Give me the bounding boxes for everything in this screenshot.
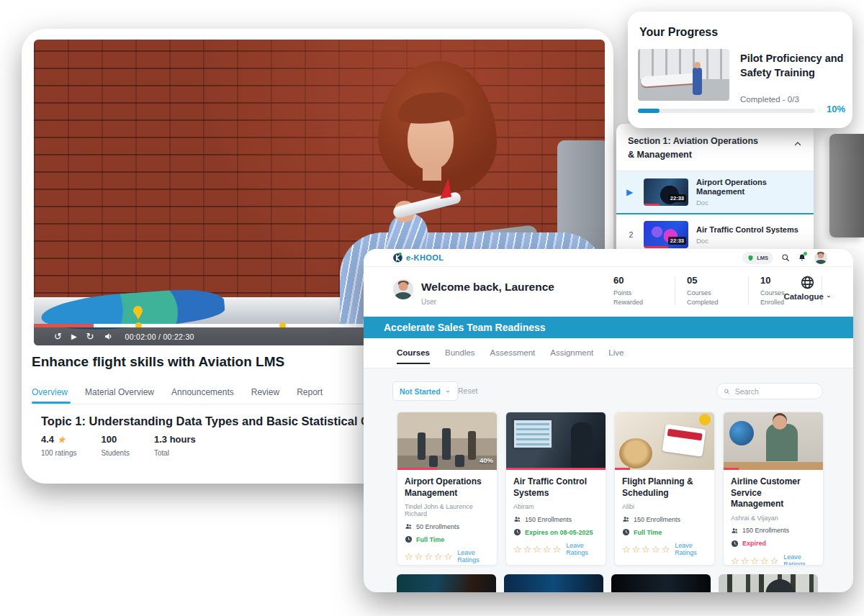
rating-row: Leave Ratings (405, 549, 490, 563)
leave-ratings-link[interactable]: Leave Ratings (566, 542, 598, 556)
notifications-bell[interactable] (798, 253, 806, 262)
star-icon[interactable] (760, 554, 769, 566)
tab-bundles[interactable]: Bundles (445, 348, 475, 357)
brand-name: e-KHOOL (406, 253, 444, 262)
course-card-body: Airport Operations Management Tindel Joh… (397, 470, 497, 566)
next-row-course-images (397, 574, 818, 592)
lesson-type: Doc (696, 237, 798, 245)
star-icon[interactable] (434, 550, 443, 563)
lesson-item-current[interactable]: ▶ 22:33 Airport Operations Management Do… (616, 171, 814, 214)
star-icon[interactable] (444, 550, 453, 563)
art-agent (766, 424, 798, 461)
art-hat (619, 438, 652, 468)
star-icon[interactable] (424, 550, 433, 563)
leave-ratings-link[interactable]: Leave Ratings (783, 553, 816, 566)
course-card-airline-customer-service[interactable]: Airline Customer Service Management Ashr… (723, 412, 824, 566)
schedule-row: Full Time (622, 528, 707, 536)
star-icon[interactable] (513, 543, 522, 556)
star-icon[interactable] (533, 543, 541, 556)
hangar-person (693, 68, 702, 95)
chevron-down-icon (826, 294, 832, 299)
course-stats: 4.4 100 ratings 100 Students 1.3 hours T… (41, 434, 196, 457)
course-image: 40% (397, 412, 497, 470)
video-map-pin-marker[interactable] (133, 306, 143, 315)
rewind-icon[interactable]: ↺ (54, 332, 62, 341)
search-box[interactable] (716, 383, 823, 399)
course-image-partial[interactable] (719, 574, 818, 592)
curriculum-section-header[interactable]: Section 1: Aviation Operations & Managem… (616, 124, 814, 171)
progress-track (638, 109, 815, 113)
catalogue-button[interactable]: Catalogue (783, 275, 832, 301)
course-card-flight-planning[interactable]: Flight Planning & Scheduling Alibi 150 E… (614, 412, 715, 566)
course-card-airport-operations[interactable]: 40% Airport Operations Management Tindel… (397, 412, 498, 566)
star-icon[interactable] (770, 554, 779, 566)
star-icon[interactable] (553, 543, 562, 556)
play-icon[interactable]: ▶ (71, 333, 77, 340)
course-title: Flight Planning & Scheduling (622, 476, 707, 499)
star-icon[interactable] (662, 543, 670, 556)
star-icon[interactable] (642, 543, 650, 556)
search-icon[interactable] (781, 253, 790, 262)
progress-badge: 40% (480, 456, 493, 464)
star-icon[interactable] (415, 550, 423, 563)
video-time-display: 00:02:00 / 00:22:30 (125, 332, 194, 341)
progress-fill (638, 109, 660, 113)
tab-overview[interactable]: Overview (32, 387, 68, 397)
star-icon[interactable] (731, 554, 739, 566)
star-icon[interactable] (750, 554, 759, 566)
brand-logo[interactable]: e-KHOOL (392, 252, 444, 263)
hangar-plane-fin (644, 65, 651, 76)
player-tab-bar: Overview Material Overview Announcements… (32, 387, 323, 397)
dashboard-header: e-KHOOL LMS (364, 249, 853, 267)
leave-ratings-link[interactable]: Leave Ratings (675, 542, 707, 556)
star-icon[interactable] (741, 554, 750, 566)
lms-badge[interactable]: LMS (742, 252, 773, 264)
status-filter-dropdown[interactable]: Not Started (392, 381, 458, 401)
header-actions: LMS (742, 251, 827, 264)
art-figure (442, 428, 451, 460)
course-progress-bar (506, 468, 606, 470)
star-icon[interactable] (622, 543, 631, 556)
star-icon[interactable] (405, 550, 413, 563)
course-instructor: Abiram (513, 503, 598, 510)
curriculum-section-title: Section 1: Aviation Operations & Managem… (628, 135, 765, 163)
course-image-partial[interactable] (397, 574, 496, 592)
star-icon[interactable] (543, 543, 552, 556)
art-luggage (429, 456, 438, 467)
volume-icon[interactable] (104, 332, 113, 341)
stat-duration: 1.3 hours Total (154, 434, 196, 457)
tab-material-overview[interactable]: Material Overview (85, 387, 154, 397)
clock-icon (405, 535, 413, 543)
header-avatar[interactable] (814, 251, 827, 264)
reset-filter-button[interactable]: Reset (458, 386, 477, 395)
tab-assignment[interactable]: Assignment (550, 348, 593, 357)
forward-icon[interactable]: ↻ (86, 332, 94, 341)
art-figure (468, 431, 476, 460)
chevron-up-icon[interactable] (793, 140, 802, 148)
course-progress-bar (615, 468, 630, 470)
lesson-thumbnail: 22:33 (644, 178, 688, 206)
tab-live[interactable]: Live (608, 348, 624, 357)
art-figure (418, 432, 426, 460)
tab-assessment[interactable]: Assessment (490, 348, 536, 357)
course-image-partial[interactable] (611, 574, 711, 592)
lesson-title: Air Traffic Control Systems (696, 225, 798, 235)
user-avatar[interactable] (393, 279, 413, 299)
course-instructor: Tindel John & Laurence Richard (405, 503, 490, 517)
tab-courses[interactable]: Courses (397, 348, 430, 357)
search-input[interactable] (734, 386, 816, 397)
enrollments-row: 50 Enrollments (405, 522, 490, 530)
enrollments-row: 150 Enrollments (622, 515, 707, 523)
star-icon[interactable] (652, 543, 660, 556)
star-icon[interactable] (523, 543, 532, 556)
course-title: Air Traffic Control Systems (513, 476, 598, 499)
course-image-partial[interactable] (504, 574, 603, 592)
tab-announcements[interactable]: Announcements (171, 387, 234, 397)
leave-ratings-link[interactable]: Leave Ratings (457, 549, 490, 563)
star-icon[interactable] (632, 543, 641, 556)
tab-review[interactable]: Review (251, 387, 279, 397)
clock-icon (513, 528, 521, 536)
course-card-air-traffic[interactable]: Air Traffic Control Systems Abiram 150 E… (505, 412, 606, 566)
video-art-presenter-neck (423, 163, 441, 181)
tab-report[interactable]: Report (297, 387, 323, 397)
